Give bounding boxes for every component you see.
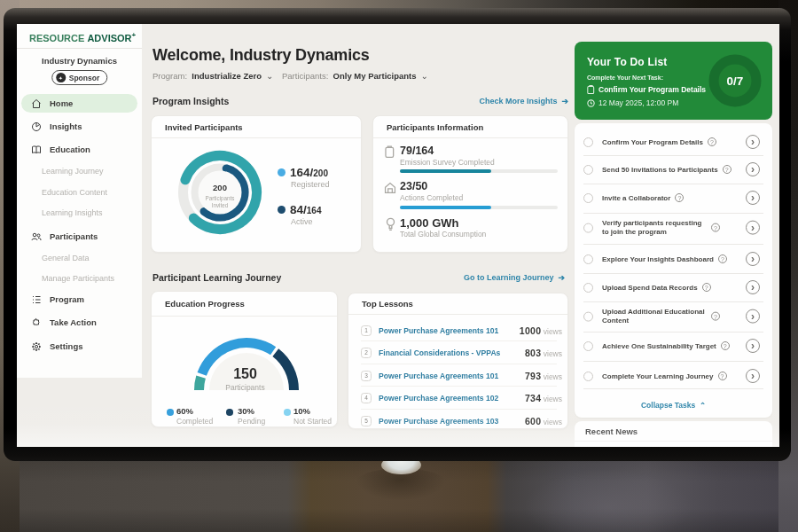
svg-text:0/7: 0/7 <box>727 74 744 88</box>
svg-text:Invited: Invited <box>212 202 229 208</box>
svg-text:Participants: Participants <box>206 195 235 202</box>
svg-text:200: 200 <box>213 183 227 192</box>
